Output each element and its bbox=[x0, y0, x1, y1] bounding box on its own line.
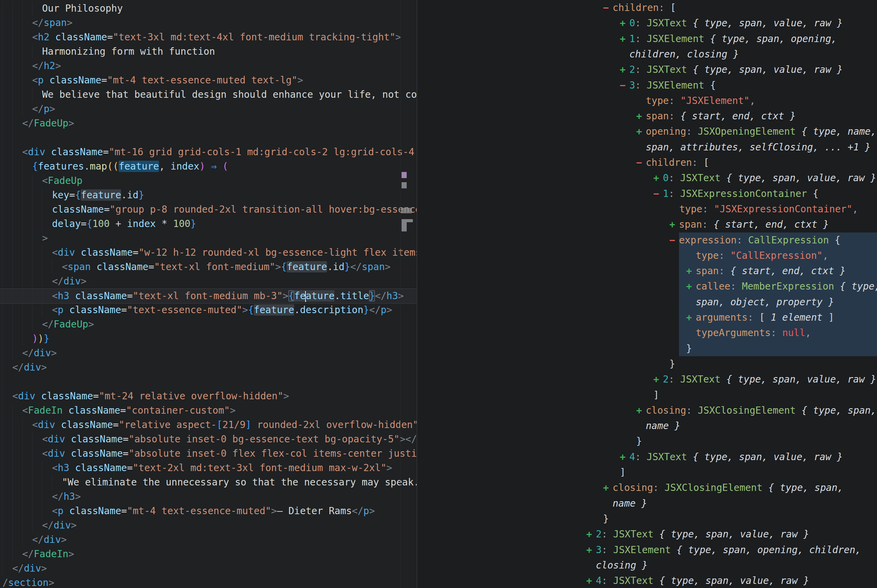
ast-line[interactable]: +span: { start, end, ctxt } bbox=[417, 108, 796, 124]
expand-icon[interactable]: + bbox=[603, 480, 613, 495]
ast-line[interactable]: name } bbox=[417, 496, 647, 511]
code-line[interactable]: <div className="absolute inset-0 bg-esse… bbox=[0, 432, 417, 447]
ast-line[interactable]: } bbox=[417, 356, 675, 372]
ast-line[interactable]: } bbox=[417, 341, 692, 356]
code-line[interactable]: <div className="relative aspect-[21/9] r… bbox=[0, 418, 417, 432]
expand-icon[interactable]: + bbox=[586, 542, 596, 558]
ast-line[interactable]: +2: JSXText { type, span, value, raw } bbox=[417, 372, 876, 387]
expand-icon[interactable]: + bbox=[686, 279, 696, 294]
expand-icon[interactable]: + bbox=[670, 217, 679, 232]
ast-line[interactable]: +1: JSXElement { type, span, opening, bbox=[417, 31, 837, 46]
ast-line[interactable]: span, attributes, selfClosing, ... +1 } bbox=[417, 140, 871, 155]
ast-line[interactable]: −3: JSXElement { bbox=[417, 78, 716, 93]
code-line[interactable]: </div> bbox=[0, 346, 417, 360]
expand-icon[interactable]: + bbox=[636, 124, 646, 139]
expand-icon[interactable]: + bbox=[620, 449, 629, 465]
code-line[interactable]: <p className="mt-4 text-essence-muted te… bbox=[0, 73, 417, 87]
expand-icon[interactable]: + bbox=[686, 263, 696, 279]
code-line[interactable]: </h3> bbox=[0, 489, 417, 504]
code-line[interactable]: </div> bbox=[0, 532, 417, 547]
code-line[interactable]: </h2> bbox=[0, 59, 417, 73]
ast-line[interactable]: type: "JSXElement", bbox=[417, 93, 755, 108]
ast-line[interactable]: +3: JSXElement { type, span, opening, ch… bbox=[417, 542, 861, 558]
code-line[interactable] bbox=[0, 375, 417, 389]
code-line[interactable]: </span> bbox=[0, 16, 417, 30]
ast-line[interactable]: span, object, property } bbox=[417, 294, 834, 310]
ast-line[interactable]: type: "JSXExpressionContainer", bbox=[417, 201, 858, 217]
code-line[interactable]: </div> bbox=[0, 360, 417, 375]
ast-line[interactable]: +closing: JSXClosingElement { type, span… bbox=[417, 480, 843, 495]
expand-icon[interactable]: + bbox=[653, 170, 663, 186]
ast-line[interactable]: +0: JSXText { type, span, value, raw } bbox=[417, 15, 843, 31]
code-line[interactable]: </FadeUp> bbox=[0, 317, 417, 332]
code-line[interactable]: <div className="mt-24 relative overflow-… bbox=[0, 389, 417, 404]
ast-line[interactable]: closing } bbox=[417, 558, 648, 573]
ast-line[interactable]: −expression: CallExpression { bbox=[417, 232, 840, 248]
code-line[interactable]: <FadeUp bbox=[0, 174, 417, 188]
ast-line[interactable]: } bbox=[417, 511, 609, 526]
code-line[interactable]: <div className="absolute inset-0 flex fl… bbox=[0, 447, 417, 461]
collapse-icon[interactable]: − bbox=[670, 232, 679, 248]
code-line[interactable]: className="group p-8 rounded-2xl transit… bbox=[0, 202, 417, 217]
code-line[interactable] bbox=[0, 130, 417, 145]
code-line[interactable]: </FadeIn> bbox=[0, 547, 417, 561]
ast-line[interactable]: } bbox=[417, 434, 642, 449]
expand-icon[interactable]: + bbox=[686, 310, 696, 325]
expand-icon[interactable]: + bbox=[653, 372, 663, 387]
ast-line[interactable]: ] bbox=[417, 465, 626, 480]
collapse-icon[interactable]: − bbox=[620, 78, 629, 93]
code-line[interactable]: </FadeUp> bbox=[0, 116, 417, 130]
ast-line[interactable]: +4: JSXText { type, span, value, raw } bbox=[417, 449, 843, 465]
code-line[interactable]: </div> bbox=[0, 518, 417, 532]
code-line[interactable]: <p className="text-essence-muted">{featu… bbox=[0, 303, 417, 317]
code-editor-panel[interactable]: Our Philosophy</span><h2 className="text… bbox=[0, 0, 417, 588]
code-line[interactable]: <h3 className="text-2xl md:text-3xl font… bbox=[0, 461, 417, 475]
ast-line[interactable]: +span: { start, end, ctxt } bbox=[417, 217, 829, 232]
code-line[interactable]: </div> bbox=[0, 274, 417, 288]
code-line[interactable]: Harmonizing form with function bbox=[0, 45, 417, 59]
ast-line[interactable]: +0: JSXText { type, span, value, raw } bbox=[417, 170, 876, 186]
ast-line[interactable]: name } bbox=[417, 418, 680, 434]
ast-line[interactable]: ] bbox=[417, 387, 659, 403]
code-line[interactable]: Our Philosophy bbox=[0, 2, 417, 16]
code-line[interactable]: <p className="mt-4 text-essence-muted">—… bbox=[0, 504, 417, 518]
code-line[interactable]: </p> bbox=[0, 102, 417, 116]
code-line[interactable]: We believe that beautiful design should … bbox=[0, 87, 417, 102]
code-line[interactable]: ))} bbox=[0, 332, 417, 346]
expand-icon[interactable]: + bbox=[636, 403, 646, 418]
ast-line[interactable]: children, closing } bbox=[417, 46, 739, 62]
code-line[interactable]: key={feature.id} bbox=[0, 188, 417, 202]
code-line[interactable]: <div className="w-12 h-12 rounded-xl bg-… bbox=[0, 246, 417, 260]
expand-icon[interactable]: + bbox=[586, 526, 596, 542]
ast-line[interactable]: +2: JSXText { type, span, value, raw } bbox=[417, 62, 843, 77]
ast-line[interactable]: +span: { start, end, ctxt } bbox=[417, 263, 845, 279]
ast-line[interactable]: −children: [ bbox=[417, 0, 676, 15]
expand-icon[interactable]: + bbox=[636, 108, 646, 124]
ast-line[interactable]: type: "CallExpression", bbox=[417, 248, 829, 263]
ast-line[interactable]: +2: JSXText { type, span, value, raw } bbox=[417, 526, 809, 542]
collapse-icon[interactable]: − bbox=[636, 155, 646, 170]
ast-line[interactable]: +opening: JSXOpeningElement { type, name… bbox=[417, 124, 876, 139]
ast-line[interactable]: typeArguments: null, bbox=[417, 325, 811, 340]
ast-panel[interactable]: −children: [+0: JSXText { type, span, va… bbox=[417, 0, 877, 588]
ast-line[interactable]: −children: [ bbox=[417, 155, 709, 170]
expand-icon[interactable]: + bbox=[620, 15, 629, 31]
code-line[interactable]: > bbox=[0, 231, 417, 246]
ast-line[interactable]: −1: JSXExpressionContainer { bbox=[417, 186, 818, 201]
code-line[interactable]: <span className="text-xl font-medium">{f… bbox=[0, 260, 417, 274]
code-line[interactable]: <FadeIn className="container-custom"> bbox=[0, 404, 417, 418]
code-line[interactable]: <h2 className="text-3xl md:text-4xl font… bbox=[0, 30, 417, 45]
expand-icon[interactable]: + bbox=[586, 573, 596, 588]
ast-line[interactable]: +arguments: [ 1 element ] bbox=[417, 310, 834, 325]
expand-icon[interactable]: + bbox=[620, 31, 629, 46]
code-line[interactable]: {features.map((feature, index) ⇒ ( bbox=[0, 159, 417, 174]
ast-line[interactable]: +4: JSXText { type, span, value, raw } bbox=[417, 573, 809, 588]
ast-line[interactable]: +callee: MemberExpression { type, bbox=[417, 279, 877, 294]
collapse-icon[interactable]: − bbox=[603, 0, 613, 15]
ast-line[interactable]: +closing: JSXClosingElement { type, span… bbox=[417, 403, 876, 418]
code-line[interactable]: /section> bbox=[0, 576, 417, 588]
expand-icon[interactable]: + bbox=[620, 62, 629, 77]
code-line[interactable]: "We eliminate the unnecessary so that th… bbox=[0, 475, 417, 489]
code-line[interactable]: </div> bbox=[0, 561, 417, 576]
collapse-icon[interactable]: − bbox=[653, 186, 663, 201]
